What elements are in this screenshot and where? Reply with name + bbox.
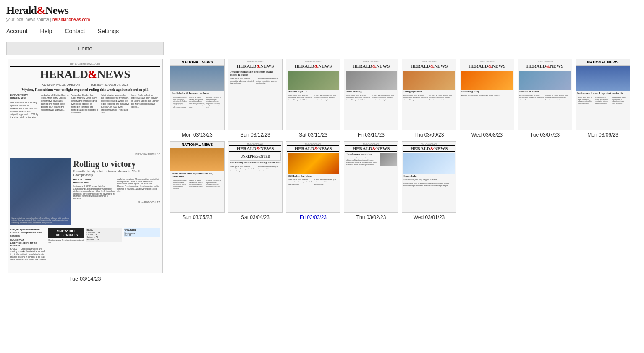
featured-paper[interactable]: heraldandnews.com HERALD&NEWS KLAMATH FA…	[8, 59, 163, 273]
thumb-fri-0310[interactable]: HERALD&NEWS HERALD&NEWS Storm brewing Lo…	[344, 59, 398, 138]
featured-label: Tue 03/14/23	[69, 276, 101, 282]
thumb-label-wed-0308: Wed 03/08/23	[471, 132, 503, 138]
paper-big-subheadline: Klamath County robotics teams advance to…	[73, 169, 160, 177]
paper-col5: known finally safe since attorneys have …	[131, 94, 160, 153]
thumb-img-fri-0303: HERALD&NEWS HERALD&NEWS 2020 Labor Day b…	[286, 141, 340, 213]
thumb-fri-0303[interactable]: HERALD&NEWS HERALD&NEWS 2020 Labor Day b…	[286, 141, 340, 220]
thumb-img-mon-0313: NATIONAL NEWS Saudi deal with Iran worri…	[170, 59, 225, 130]
thumb-img-mon-0306: NATIONAL NEWS Nations reach accord to pr…	[576, 59, 630, 130]
paper-story-cols: HOLLY O'BRIANHerald & News Last weekend,…	[73, 178, 160, 200]
thumb-label-wed-0301: Wed 03/01/23	[414, 214, 445, 220]
paper-col4: Administration appeared of the elections…	[101, 94, 130, 153]
thumb-thu-0302[interactable]: HERALD&NEWS HERALD&NEWS Homelessness leg…	[344, 141, 398, 220]
thumb-label-fri-0310: Fri 03/10/23	[358, 132, 385, 138]
thumb-label-thu-0309: Thu 03/09/23	[414, 132, 444, 138]
logo-subtitle: your local news source | heraldandnews.c…	[6, 17, 90, 22]
grid-row-1: NATIONAL NEWS Saudi deal with Iran worri…	[170, 59, 638, 138]
paper-top-headline: Wyden, Rosenblum vow to fight expected r…	[10, 87, 160, 92]
paper-feature-section: Mazama students: James Donahue, left, an…	[10, 158, 160, 225]
paper-col1: LYNNAE TERRYHerald & News Port area rece…	[10, 94, 39, 153]
thumb-wed-0301[interactable]: HERALD&NEWS HERALD&NEWS Crater Lake Stil…	[402, 141, 456, 220]
nav-account[interactable]: Account	[6, 28, 28, 34]
paper-col3: Portland on Sunday that Judge Matthew Ke…	[71, 94, 99, 153]
paper-bottom-climate: Oregon eyes mandate for climate change l…	[10, 228, 47, 260]
thumb-sun-0312[interactable]: HERALD&NEWS HERALD&NEWS Oregon eyes mand…	[228, 59, 283, 138]
grid-row-2: NATIONAL NEWS Teams moved after days stu…	[170, 141, 638, 220]
paper-col2: medical at US District Court at Texas, M…	[41, 94, 69, 153]
nav: Account Help Contact Settings	[0, 24, 644, 38]
paper-dateline: KLAMATH FALLS, OREGON TUESDAY, MARCH 14,…	[10, 83, 160, 86]
main-content: heraldandnews.com HERALD&NEWS KLAMATH FA…	[0, 59, 644, 290]
thumb-img-wed-0301: HERALD&NEWS HERALD&NEWS Crater Lake Stil…	[402, 141, 456, 213]
thumb-img-thu-0309: HERALD&NEWS HERALD&NEWS Voting legislati…	[402, 59, 456, 130]
thumb-img-fri-0310: HERALD&NEWS HERALD&NEWS Storm brewing Lo…	[344, 59, 398, 130]
thumb-img-wed-0308: HERALD&NEWS HERALD&NEWS Swimming along A…	[460, 59, 514, 130]
thumb-sat-0311[interactable]: HERALD&NEWS HERALD&NEWS Mazama High Go..…	[286, 59, 340, 138]
paper-masthead: HERALD&NEWS	[10, 66, 160, 82]
logo-title: Herald&News	[6, 4, 90, 17]
paper-story-col2: made the extra jump 42 more qualified to…	[117, 178, 160, 200]
thumb-label-mon-0306: Mon 03/06/23	[587, 132, 618, 138]
thumb-label-sun-0312: Sun 03/12/23	[240, 132, 270, 138]
paper-columns: LYNNAE TERRYHerald & News Port area rece…	[10, 94, 160, 153]
thumb-label-sun-0305: Sun 03/05/23	[182, 214, 212, 220]
logo-area: Herald&News your local news source | her…	[6, 4, 90, 22]
thumb-label-mon-0313: Mon 03/13/23	[182, 132, 212, 138]
header: Herald&News your local news source | her…	[0, 0, 644, 24]
thumb-label-thu-0302: Thu 03/02/23	[356, 214, 386, 220]
thumb-label-sat-0311: Sat 03/11/23	[299, 132, 327, 138]
thumb-label-sat-0304: Sat 03/04/23	[241, 214, 270, 220]
paper-bottom-col4: WEATHER Morning snowHigh: 44°	[124, 228, 160, 260]
thumb-thu-0309[interactable]: HERALD&NEWS HERALD&NEWS Voting legislati…	[402, 59, 456, 138]
grid-area: NATIONAL NEWS Saudi deal with Iran worri…	[170, 59, 638, 224]
paper-more-robots: More ROBOTS | A7	[73, 201, 160, 203]
thumb-img-sun-0312: HERALD&NEWS HERALD&NEWS Oregon eyes mand…	[228, 59, 283, 130]
paper-bottom-col3: INSIDE Obituaries ... A4Comics ... A7Opi…	[86, 228, 122, 260]
nav-contact[interactable]: Contact	[65, 28, 85, 34]
thumb-wed-0308[interactable]: HERALD&NEWS HERALD&NEWS Swimming along A…	[460, 59, 514, 138]
thumb-mon-0306[interactable]: NATIONAL NEWS Nations reach accord to pr…	[576, 59, 630, 138]
thumb-img-sat-0304: HERALD&NEWS HERALD&NEWS UNREPRESENTED Ne…	[228, 141, 283, 213]
paper-site: heraldandnews.com	[10, 62, 160, 66]
paper-big-headline: Rolling to victory	[73, 159, 160, 169]
thumb-label-fri-0303: Fri 03/03/23	[300, 214, 327, 220]
thumb-img-thu-0302: HERALD&NEWS HERALD&NEWS Homelessness leg…	[344, 141, 398, 213]
thumb-img-sun-0305: NATIONAL NEWS Teams moved after days stu…	[170, 141, 225, 213]
thumb-img-tue-0307: HERALD&NEWS HERALD&NEWS Focused on healt…	[518, 59, 572, 130]
featured-paper-area: heraldandnews.com HERALD&NEWS KLAMATH FA…	[6, 59, 164, 282]
paper-bottom-col2: TIME TO FILLOUT BRACKETS Houston among f…	[48, 228, 84, 260]
paper-feature-text: Rolling to victory Klamath County roboti…	[73, 158, 160, 225]
thumb-img-sat-0311: HERALD&NEWS HERALD&NEWS Mazama High Go..…	[286, 59, 340, 130]
thumb-tue-0307[interactable]: HERALD&NEWS HERALD&NEWS Focused on healt…	[518, 59, 572, 138]
nav-settings[interactable]: Settings	[98, 28, 119, 34]
paper-feature-photo: Mazama students: James Donahue, left, an…	[10, 158, 71, 225]
thumb-mon-0313[interactable]: NATIONAL NEWS Saudi deal with Iran worri…	[170, 59, 225, 138]
paper-photo-caption: Mazama students: James Donahue, left, an…	[12, 217, 70, 224]
thumb-sun-0305[interactable]: NATIONAL NEWS Teams moved after days stu…	[170, 141, 225, 220]
thumb-label-tue-0307: Tue 03/07/23	[530, 132, 560, 138]
nav-help[interactable]: Help	[40, 28, 52, 34]
paper-story-col1: HOLLY O'BRIANHerald & News Last weekend,…	[73, 178, 116, 200]
paper-more-abortion: More ABORTION | A7	[10, 153, 160, 156]
paper-bottom-section: Oregon eyes mandate for climate change l…	[10, 227, 160, 260]
demo-bar: Demo	[6, 42, 164, 55]
thumb-sat-0304[interactable]: HERALD&NEWS HERALD&NEWS UNREPRESENTED Ne…	[228, 141, 283, 220]
